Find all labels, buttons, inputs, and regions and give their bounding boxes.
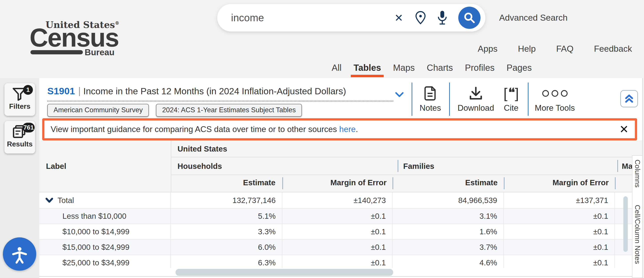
geo-header-united-states[interactable]: United States [178, 144, 227, 153]
accessibility-person-icon [9, 244, 30, 264]
subheader-divider-tick [282, 177, 283, 189]
column-divider [171, 140, 171, 192]
cite-quote-icon: [❛❛] [497, 85, 525, 102]
guidance-here-link[interactable]: here [339, 125, 356, 134]
location-pin-icon[interactable] [415, 11, 426, 25]
nav-feedback[interactable]: Feedback [594, 44, 632, 54]
notes-label: Notes [412, 103, 448, 113]
row-label-cell[interactable]: Less than $10,000 [39, 209, 171, 224]
toolbar-divider [528, 82, 528, 116]
data-cell[interactable]: ±0.1 [282, 240, 392, 255]
data-cell[interactable]: ±0.1 [504, 209, 615, 224]
title-chevron-down-icon[interactable] [395, 92, 404, 98]
clear-search-icon[interactable]: ✕ [393, 13, 404, 23]
title-dotted-underline [47, 89, 393, 101]
search-icons: ✕ [393, 7, 480, 29]
data-cell[interactable]: 1.6% [392, 224, 504, 239]
data-cell[interactable]: 3.7% [392, 240, 504, 255]
tab-charts[interactable]: Charts [427, 63, 453, 76]
data-cell[interactable]: 3.3% [171, 224, 282, 239]
notes-button[interactable]: Notes [412, 85, 448, 113]
nav-apps[interactable]: Apps [478, 44, 498, 54]
collapse-header-button[interactable] [620, 90, 638, 107]
browser-scrollbar-gutter[interactable] [642, 78, 644, 278]
banner-close-icon[interactable]: ✕ [619, 124, 629, 135]
data-cell[interactable]: ±0.1 [282, 209, 392, 224]
search-submit-button[interactable] [458, 7, 480, 29]
data-cell[interactable]: ±140,273 [282, 192, 392, 208]
advanced-search-link[interactable]: Advanced Search [499, 13, 568, 23]
group-header-families[interactable]: Families [403, 162, 434, 171]
cite-label: Cite [497, 103, 525, 113]
filters-count-badge: 1 [23, 85, 33, 95]
nav-faq[interactable]: FAQ [556, 44, 574, 54]
tab-all[interactable]: All [332, 63, 342, 76]
subheader-households-moe[interactable]: Margin of Error [287, 178, 386, 187]
subheader-divider-tick [504, 177, 504, 189]
results-count-badge: 761 [22, 123, 35, 132]
tab-tables[interactable]: Tables [354, 63, 381, 76]
logo-bureau: Bureau [85, 47, 114, 57]
table-row: $15,000 to $24,999 6.0% ±0.1 3.7% ±0.1 [39, 240, 632, 255]
census-bureau-logo[interactable]: United States® Census Bureau [30, 19, 123, 57]
data-cell[interactable]: ±137,371 [504, 192, 615, 208]
logo-underline-bar [30, 50, 83, 54]
group-header-truncated[interactable]: Ma [622, 162, 632, 171]
notes-document-icon [412, 85, 448, 102]
group-header-households[interactable]: Households [178, 162, 222, 171]
download-button[interactable]: Download [453, 85, 498, 113]
row-label-cell[interactable]: Total [39, 192, 171, 208]
columns-panel-tab[interactable]: Columns [632, 155, 642, 192]
chip-survey[interactable]: American Community Survey [47, 104, 149, 117]
chip-dataset[interactable]: 2024: ACS 1-Year Estimates Subject Table… [156, 104, 302, 117]
top-header: United States® Census Bureau ✕ Advanced … [0, 0, 644, 78]
group-divider-tick [398, 160, 398, 172]
right-rail-header-gap [632, 140, 642, 155]
magnifier-icon [463, 11, 476, 24]
expand-chevron-icon [46, 198, 53, 203]
tab-maps[interactable]: Maps [393, 63, 415, 76]
label-column-header[interactable]: Label [46, 162, 66, 171]
accessibility-button[interactable] [3, 237, 36, 271]
tab-pages[interactable]: Pages [506, 63, 532, 76]
more-tools-icon [532, 85, 578, 102]
search-input[interactable] [230, 11, 393, 24]
data-cell[interactable]: 84,966,539 [392, 192, 504, 208]
row-label-cell[interactable]: $15,000 to $24,999 [39, 240, 171, 255]
table-header: Label United States Households Families … [39, 140, 632, 192]
subheader-divider-tick [392, 177, 393, 189]
data-cell[interactable]: ±0.1 [504, 224, 615, 239]
row-label-cell[interactable]: $10,000 to $14,999 [39, 224, 171, 239]
table-row: Less than $10,000 5.1% ±0.1 3.1% ±0.1 [39, 209, 632, 224]
cell-column-notes-panel-tab[interactable]: Cell/Column Notes [632, 191, 642, 278]
vertical-scrollbar-thumb[interactable] [623, 196, 628, 252]
horizontal-scrollbar-thumb[interactable] [176, 269, 393, 276]
subheader-families-moe[interactable]: Margin of Error [509, 178, 609, 187]
data-cell[interactable]: ±0.1 [504, 240, 615, 255]
guidance-banner: View important guidance for comparing AC… [42, 118, 637, 140]
more-tools-button[interactable]: More Tools [532, 85, 578, 113]
subheader-households-estimate[interactable]: Estimate [178, 178, 276, 187]
subheader-divider-tick [615, 177, 616, 189]
download-icon [453, 85, 498, 102]
subheader-families-estimate[interactable]: Estimate [398, 178, 498, 187]
results-button[interactable]: 761 Results [4, 121, 35, 154]
tab-profiles[interactable]: Profiles [465, 63, 494, 76]
cite-button[interactable]: [❛❛] Cite [497, 85, 525, 113]
data-cell[interactable]: 6.0% [171, 240, 282, 255]
data-cell[interactable]: 3.1% [392, 209, 504, 224]
more-tools-label: More Tools [532, 103, 578, 113]
filters-label: Filters [4, 102, 35, 110]
microphone-icon[interactable] [436, 10, 448, 25]
result-type-tabs: All Tables Maps Charts Profiles Pages [332, 63, 532, 76]
data-cell[interactable]: 5.1% [171, 209, 282, 224]
top-nav-links: Apps Help FAQ Feedback [478, 44, 632, 54]
nav-help[interactable]: Help [518, 44, 536, 54]
results-label: Results [4, 140, 35, 148]
columns-tab-label: Columns [633, 160, 642, 188]
group-divider-tick [617, 160, 618, 172]
filters-button[interactable]: 1 Filters [4, 83, 35, 116]
header-divider [171, 175, 632, 175]
data-cell[interactable]: ±0.1 [282, 224, 392, 239]
data-cell[interactable]: 132,737,146 [171, 192, 282, 208]
